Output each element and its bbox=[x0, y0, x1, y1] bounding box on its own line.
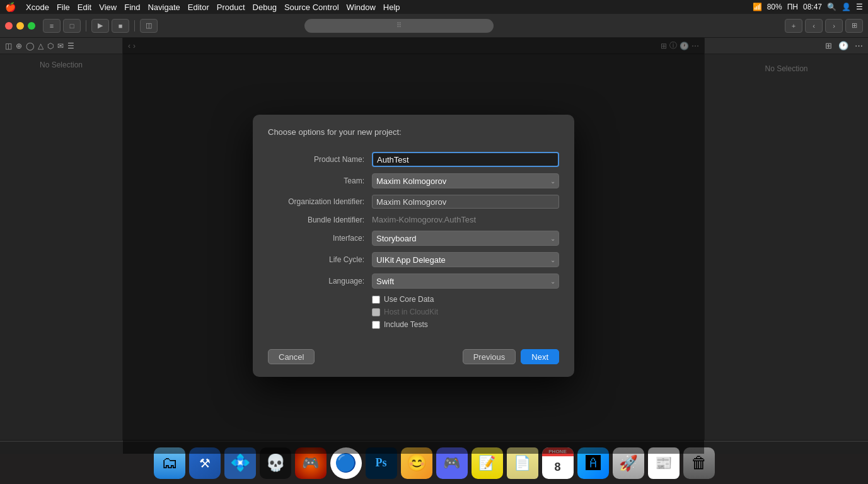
clock: 08:47 bbox=[803, 3, 822, 11]
product-name-input[interactable] bbox=[372, 152, 559, 167]
interface-control: Storyboard SwiftUI ⌄ bbox=[372, 231, 559, 246]
toolbar-search: ⠿ bbox=[304, 19, 494, 33]
team-control: Maxim Kolmogorov ⌄ bbox=[372, 173, 559, 188]
host-in-cloudkit-checkbox bbox=[372, 308, 380, 316]
lifecycle-select-wrapper: UIKit App Delegate SwiftUI App ⌄ bbox=[372, 252, 559, 267]
stop-btn[interactable]: ■ bbox=[112, 19, 129, 33]
menubar: 🍎 Xcode File Edit View Find Navigate Edi… bbox=[0, 0, 868, 14]
team-row: Team: Maxim Kolmogorov ⌄ bbox=[268, 173, 559, 188]
sidebar-icon-7[interactable]: ☰ bbox=[67, 42, 74, 50]
use-core-data-label: Use Core Data bbox=[384, 295, 434, 304]
sidebar-icon-2[interactable]: ⊕ bbox=[16, 42, 22, 50]
include-tests-row: Include Tests bbox=[372, 320, 559, 329]
menu-debug[interactable]: Debug bbox=[253, 3, 277, 12]
nav-back-btn[interactable]: ‹ bbox=[805, 19, 823, 33]
sidebar-icon-4[interactable]: △ bbox=[38, 42, 43, 50]
team-select[interactable]: Maxim Kolmogorov bbox=[372, 173, 559, 188]
use-core-data-checkbox[interactable] bbox=[372, 296, 380, 304]
battery-indicator: 80% bbox=[767, 3, 782, 11]
close-button[interactable] bbox=[5, 22, 13, 30]
add-btn[interactable]: + bbox=[785, 19, 802, 33]
team-select-wrapper: Maxim Kolmogorov ⌄ bbox=[372, 173, 559, 188]
interface-select[interactable]: Storyboard SwiftUI bbox=[372, 231, 559, 246]
keyboard-lang: ПН bbox=[787, 3, 798, 11]
toolbar-right-buttons: + ‹ › ⊞ bbox=[785, 19, 863, 33]
menu-view[interactable]: View bbox=[99, 3, 117, 12]
modal-footer: Cancel Previous Next bbox=[253, 339, 574, 377]
window-controls bbox=[5, 22, 35, 30]
language-label: Language: bbox=[268, 277, 372, 285]
more-icon[interactable]: ⋯ bbox=[855, 41, 863, 50]
list-icon[interactable]: ☰ bbox=[856, 3, 863, 11]
host-in-cloudkit-row: Host in CloudKit bbox=[372, 308, 559, 316]
language-select-wrapper: Swift Objective-C ⌄ bbox=[372, 274, 559, 289]
scheme-selector[interactable]: ◫ bbox=[140, 19, 158, 33]
lifecycle-select[interactable]: UIKit App Delegate SwiftUI App bbox=[372, 252, 559, 267]
menubar-status-area: 📶 80% ПН 08:47 🔍 👤 ☰ bbox=[753, 3, 863, 11]
use-core-data-row: Use Core Data bbox=[372, 295, 559, 304]
org-identifier-row: Organization Identifier: bbox=[268, 195, 559, 209]
menu-find[interactable]: Find bbox=[124, 3, 140, 12]
sidebar-icon-1[interactable]: ◫ bbox=[5, 42, 12, 50]
nav-fwd-btn[interactable]: › bbox=[825, 19, 843, 33]
menu-file[interactable]: File bbox=[57, 3, 70, 12]
include-tests-label: Include Tests bbox=[384, 320, 428, 329]
modal-title: Choose options for your new project: bbox=[268, 127, 402, 137]
menu-xcode[interactable]: Xcode bbox=[26, 3, 49, 12]
org-identifier-input[interactable] bbox=[372, 195, 559, 209]
cancel-button[interactable]: Cancel bbox=[268, 349, 315, 364]
interface-select-wrapper: Storyboard SwiftUI ⌄ bbox=[372, 231, 559, 246]
user-icon[interactable]: 👤 bbox=[842, 3, 851, 11]
language-select[interactable]: Swift Objective-C bbox=[372, 274, 559, 289]
product-name-label: Product Name: bbox=[268, 155, 372, 164]
org-identifier-label: Organization Identifier: bbox=[268, 197, 372, 206]
lifecycle-control: UIKit App Delegate SwiftUI App ⌄ bbox=[372, 252, 559, 267]
sidebar-toggle-btn[interactable]: ≡ bbox=[43, 19, 61, 33]
interface-row: Interface: Storyboard SwiftUI ⌄ bbox=[268, 231, 559, 246]
sidebar-icon-6[interactable]: ✉ bbox=[57, 42, 64, 50]
toolbar-sep-1 bbox=[86, 20, 86, 32]
host-in-cloudkit-label: Host in CloudKit bbox=[384, 308, 438, 316]
maximize-button[interactable] bbox=[28, 22, 35, 30]
sidebar-no-selection: No Selection bbox=[40, 60, 83, 69]
footer-right-buttons: Previous Next bbox=[463, 349, 559, 364]
modal-overlay: Choose options for your new project: Pro… bbox=[123, 38, 704, 454]
sidebar-icon-5[interactable]: ⬡ bbox=[47, 42, 54, 50]
minimize-button[interactable] bbox=[16, 22, 24, 30]
search-icon[interactable]: 🔍 bbox=[827, 3, 836, 11]
right-panel-no-selection: No Selection bbox=[765, 64, 807, 73]
menu-edit[interactable]: Edit bbox=[78, 3, 91, 12]
bundle-identifier-value: Maxim-Kolmogorov.AuthTest bbox=[372, 215, 476, 224]
navigator-toggle-btn[interactable]: □ bbox=[63, 19, 81, 33]
xcode-toolbar: ≡ □ ▶ ■ ◫ ⠿ + ‹ › ⊞ bbox=[0, 14, 868, 38]
previous-button[interactable]: Previous bbox=[463, 349, 516, 364]
org-identifier-control bbox=[372, 195, 559, 209]
language-control: Swift Objective-C ⌄ bbox=[372, 274, 559, 289]
next-button[interactable]: Next bbox=[521, 349, 559, 364]
menu-source-control[interactable]: Source Control bbox=[284, 3, 339, 12]
modal-content: Product Name: Team: Maxim Kolmogorov bbox=[253, 142, 574, 339]
modal-header: Choose options for your new project: bbox=[253, 115, 574, 142]
menu-help[interactable]: Help bbox=[383, 3, 400, 12]
bundle-identifier-control: Maxim-Kolmogorov.AuthTest bbox=[372, 215, 559, 224]
interface-label: Interface: bbox=[268, 234, 372, 243]
menu-window[interactable]: Window bbox=[347, 3, 376, 12]
team-label: Team: bbox=[268, 176, 372, 185]
apple-menu-icon[interactable]: 🍎 bbox=[5, 2, 16, 12]
history-icon[interactable]: 🕐 bbox=[838, 41, 848, 50]
sidebar-icon-3[interactable]: ◯ bbox=[26, 42, 34, 50]
lifecycle-label: Life Cycle: bbox=[268, 255, 372, 264]
menu-editor[interactable]: Editor bbox=[188, 3, 209, 12]
inspector-icon[interactable]: ⊞ bbox=[825, 41, 832, 50]
toolbar-sep-2 bbox=[134, 20, 135, 32]
new-project-modal: Choose options for your new project: Pro… bbox=[253, 115, 574, 377]
product-name-row: Product Name: bbox=[268, 152, 559, 167]
include-tests-checkbox[interactable] bbox=[372, 321, 380, 329]
product-name-control bbox=[372, 152, 559, 167]
bundle-identifier-row: Bundle Identifier: Maxim-Kolmogorov.Auth… bbox=[268, 215, 559, 224]
view-toggle-btn[interactable]: ⊞ bbox=[845, 19, 863, 33]
menu-navigate[interactable]: Navigate bbox=[148, 3, 180, 12]
run-btn[interactable]: ▶ bbox=[91, 19, 109, 33]
lifecycle-row: Life Cycle: UIKit App Delegate SwiftUI A… bbox=[268, 252, 559, 267]
menu-product[interactable]: Product bbox=[217, 3, 245, 12]
